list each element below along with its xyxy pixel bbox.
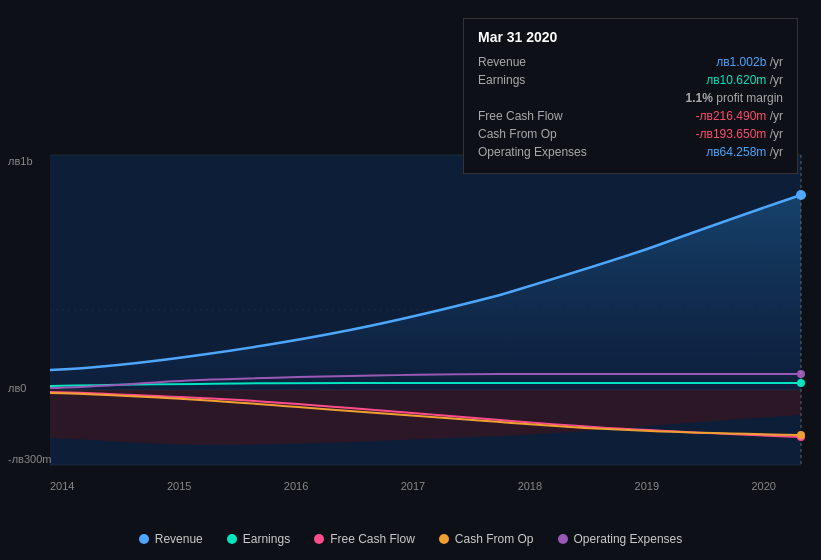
opex-value: лв64.258m [706,145,766,159]
tooltip-row-cashfromop: Cash From Op -лв193.650m /yr [478,125,783,143]
tooltip-value-cashfromop: -лв193.650m /yr [639,125,783,143]
legend-dot-opex [558,534,568,544]
tooltip-value-profit-margin: 1.1% profit margin [639,89,783,107]
earnings-suffix: /yr [770,73,783,87]
x-label-2017: 2017 [401,480,425,492]
tooltip-row-earnings: Earnings лв10.620m /yr [478,71,783,89]
x-label-2020: 2020 [751,480,775,492]
tooltip-row-fcf: Free Cash Flow -лв216.490m /yr [478,107,783,125]
tooltip-label-cashfromop: Cash From Op [478,125,639,143]
tooltip-value-opex: лв64.258m /yr [639,143,783,161]
y-label-bot: -лв300m [8,453,51,465]
tooltip-row-profit-margin: 1.1% profit margin [478,89,783,107]
x-label-2014: 2014 [50,480,74,492]
tooltip-date: Mar 31 2020 [478,29,783,45]
x-label-2019: 2019 [635,480,659,492]
tooltip-table: Revenue лв1.002b /yr Earnings лв10.620m … [478,53,783,161]
legend-label-opex: Operating Expenses [574,532,683,546]
tooltip-row-revenue: Revenue лв1.002b /yr [478,53,783,71]
profit-margin-suffix: profit margin [716,91,783,105]
revenue-value: лв1.002b [716,55,766,69]
cashfromop-value: -лв193.650m [696,127,767,141]
tooltip-card: Mar 31 2020 Revenue лв1.002b /yr Earning… [463,18,798,174]
chart-container: лв1b лв0 -лв300m 2014 2015 2016 2017 201… [0,0,821,560]
x-label-2015: 2015 [167,480,191,492]
revenue-suffix: /yr [770,55,783,69]
x-axis-labels: 2014 2015 2016 2017 2018 2019 2020 [0,480,821,492]
legend-item-earnings[interactable]: Earnings [227,532,290,546]
legend-dot-fcf [314,534,324,544]
earnings-value: лв10.620m [706,73,766,87]
legend-item-revenue[interactable]: Revenue [139,532,203,546]
legend-label-revenue: Revenue [155,532,203,546]
opex-suffix: /yr [770,145,783,159]
legend-dot-earnings [227,534,237,544]
tooltip-label-opex: Operating Expenses [478,143,639,161]
tooltip-label-fcf: Free Cash Flow [478,107,639,125]
legend-label-fcf: Free Cash Flow [330,532,415,546]
tooltip-value-revenue: лв1.002b /yr [639,53,783,71]
y-label-top: лв1b [8,155,33,167]
legend-item-opex[interactable]: Operating Expenses [558,532,683,546]
legend-item-fcf[interactable]: Free Cash Flow [314,532,415,546]
x-label-2018: 2018 [518,480,542,492]
legend-dot-revenue [139,534,149,544]
tooltip-row-opex: Operating Expenses лв64.258m /yr [478,143,783,161]
fcf-value: -лв216.490m [696,109,767,123]
y-label-mid: лв0 [8,382,26,394]
legend-dot-cashfromop [439,534,449,544]
tooltip-value-earnings: лв10.620m /yr [639,71,783,89]
profit-margin-value: 1.1% [686,91,713,105]
fcf-suffix: /yr [770,109,783,123]
tooltip-label-earnings: Earnings [478,71,639,89]
cashfromop-suffix: /yr [770,127,783,141]
tooltip-label-profit-margin [478,89,639,107]
tooltip-value-fcf: -лв216.490m /yr [639,107,783,125]
legend: Revenue Earnings Free Cash Flow Cash Fro… [0,532,821,546]
tooltip-label-revenue: Revenue [478,53,639,71]
x-label-2016: 2016 [284,480,308,492]
legend-label-cashfromop: Cash From Op [455,532,534,546]
legend-label-earnings: Earnings [243,532,290,546]
legend-item-cashfromop[interactable]: Cash From Op [439,532,534,546]
